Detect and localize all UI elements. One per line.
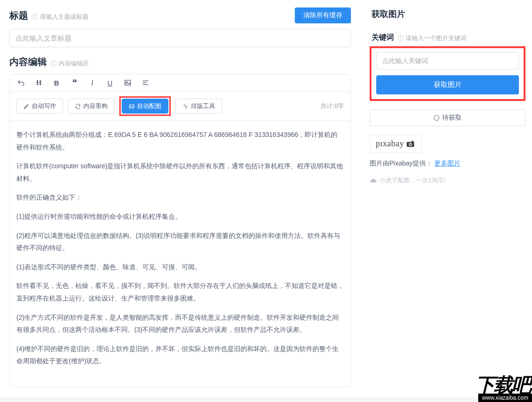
- format-toolbar: H B ❝ I U: [10, 74, 350, 92]
- editor-paragraph: 软件看不见，无色，枯燥，看不见，摸不到，闻不到。软件大部分存在于人们的头脑或纸上…: [16, 280, 344, 304]
- align-left-icon[interactable]: [141, 78, 150, 87]
- underline-icon[interactable]: U: [105, 78, 115, 87]
- more-images-link[interactable]: 更多图片: [434, 159, 460, 167]
- title-hint: ! 请输入主题或标题: [32, 13, 88, 21]
- action-toolbar: 自动写作 内容重构 自动配图: [10, 92, 350, 121]
- picture-icon: [129, 103, 135, 109]
- heading-icon[interactable]: H: [34, 78, 44, 87]
- editor-paragraph: 软件的正确含义如下：: [16, 191, 344, 204]
- editor-paragraph: (4)维护不同的硬件是旧的，理论上软件是旧的，并不坏，但实际上软件也是旧的和坏的…: [16, 343, 344, 367]
- cloud-icon: [370, 178, 377, 183]
- keyword-label: 关键词: [372, 33, 394, 43]
- keyword-highlight-box: 获取图片: [370, 46, 525, 101]
- more-images-text: 图片由Pixabay提供： 更多图片: [370, 159, 525, 168]
- clear-cache-button[interactable]: 清除所有缓存: [295, 7, 351, 23]
- image-panel-heading: 获取图片: [370, 8, 525, 20]
- circle-icon: [434, 115, 439, 121]
- auto-image-highlight: 自动配图: [119, 96, 171, 116]
- refresh-icon: [75, 103, 81, 109]
- watermark: 下载吧 www.xiazaiba.com: [475, 377, 532, 402]
- editor-paragraph: 计算机软件(computer software)是指计算机系统中除硬件以外的所有…: [16, 160, 344, 185]
- word-count: 共计:0字: [321, 102, 344, 110]
- editor-header: 内容编辑 ! 内容编辑区: [9, 56, 351, 68]
- title-header: 标题 ! 请输入主题或标题 清除所有缓存: [9, 7, 351, 23]
- article-title-input[interactable]: [9, 29, 351, 47]
- editor-heading: 内容编辑: [9, 56, 47, 68]
- editor-content[interactable]: 整个计算机系统由两部分组成：E.69DA 5 E 6 BA 9062616964…: [10, 121, 350, 387]
- fetch-image-button[interactable]: 获取图片: [376, 75, 519, 94]
- editor-hint: ! 内容编辑区: [51, 59, 89, 68]
- info-icon: !: [398, 35, 404, 41]
- svg-point-8: [410, 144, 412, 145]
- editor-box: H B ❝ I U 自动写作: [9, 74, 351, 388]
- keyword-hint: ! 请输入一个图片关键词: [398, 34, 466, 43]
- svg-rect-9: [412, 140, 414, 142]
- editor-paragraph: (2)程序可以满意地处理信息的数据结构。(3)说明程序功能要求和程序需要的文档的…: [16, 230, 344, 254]
- magic-icon: [182, 103, 189, 109]
- editor-paragraph: 整个计算机系统由两部分组成：E.69DA 5 E 6 BA 9062616964…: [16, 129, 344, 153]
- undo-icon[interactable]: [16, 78, 26, 87]
- editor-paragraph: (1)表达形式不同的硬件类型、颜色、味道、可见、可摸、可闻。: [16, 261, 344, 273]
- credit-text: 小虎子配图，一次1淘币!: [370, 176, 525, 185]
- auto-write-button[interactable]: 自动写作: [16, 99, 63, 114]
- info-icon: !: [51, 60, 57, 66]
- pixabay-badge: pıxabay: [370, 135, 422, 153]
- restructure-button[interactable]: 内容重构: [68, 99, 115, 114]
- auto-image-button[interactable]: 自动配图: [122, 99, 168, 114]
- keyword-input[interactable]: [376, 52, 519, 70]
- camera-icon: [406, 140, 416, 148]
- image-icon[interactable]: [123, 78, 132, 87]
- italic-icon[interactable]: I: [87, 78, 97, 87]
- bold-icon[interactable]: B: [52, 78, 61, 87]
- quote-icon[interactable]: ❝: [70, 78, 79, 87]
- title-heading: 标题: [9, 9, 28, 22]
- editor-paragraph: (2)生产方式不同的软件是开发，是人类智能的高发挥，而不是传统意义上的硬件制造。…: [16, 311, 344, 336]
- pencil-icon: [23, 103, 29, 109]
- info-icon: !: [32, 14, 38, 20]
- svg-rect-0: [125, 80, 131, 86]
- pending-status-button[interactable]: 待获取: [370, 109, 525, 126]
- editor-paragraph: (1)提供运行时所需功能和性能的命令或计算机程序集合。: [16, 210, 344, 223]
- layout-tool-button[interactable]: 排版工具: [175, 99, 222, 114]
